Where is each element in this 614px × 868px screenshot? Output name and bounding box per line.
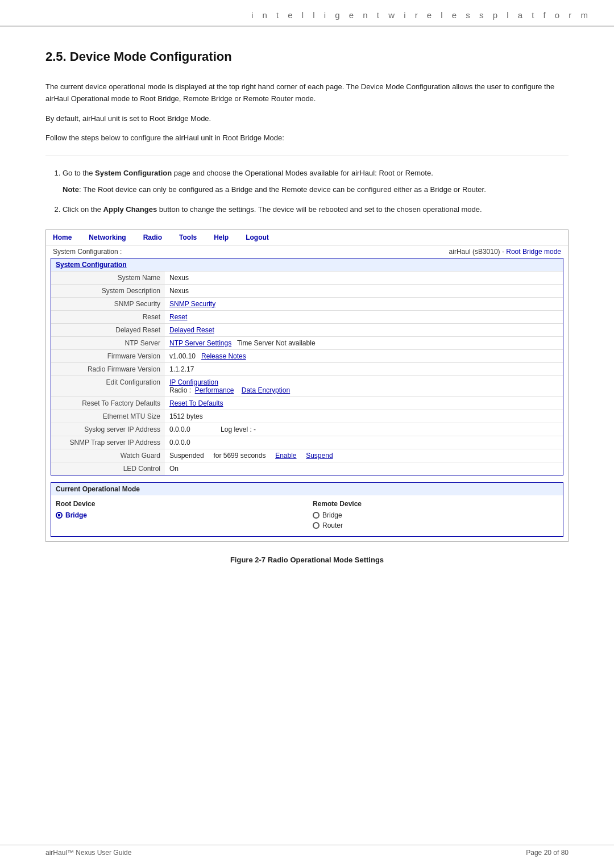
ethernet-mtu-label: Ethernet MTU Size (51, 410, 165, 423)
step-2-bold: Apply Changes (103, 205, 157, 214)
edit-config-label: Edit Configuration (51, 375, 165, 397)
system-description-label: System Description (51, 284, 165, 297)
reset-link[interactable]: Reset (169, 313, 187, 321)
ops-section-title: Current Operational Mode (51, 483, 563, 495)
time-server-status: Time Server Not available (237, 339, 316, 347)
ui-screenshot-box: Home Networking Radio Tools Help Logout … (45, 229, 569, 542)
delayed-reset-value: Delayed Reset (165, 323, 563, 336)
root-bridge-radio-row: Bridge (56, 511, 301, 519)
nav-radio[interactable]: Radio (143, 233, 162, 241)
sys-config-header-row: System Configuration : airHaul (sB3010) … (46, 245, 568, 258)
syslog-ip: 0.0.0.0 (169, 425, 190, 433)
root-bridge-radio-filled[interactable] (56, 512, 63, 519)
device-info: airHaul (sB3010) - Root Bridge mode (449, 248, 561, 256)
delayed-reset-label: Delayed Reset (51, 323, 165, 336)
step-1: Go to the System Configuration page and … (63, 168, 569, 196)
ntp-server-settings-link[interactable]: NTP Server Settings (169, 339, 231, 347)
remote-router-label: Router (322, 521, 343, 529)
delayed-reset-link[interactable]: Delayed Reset (169, 326, 214, 334)
remote-bridge-radio-row: Bridge (313, 511, 558, 519)
watchguard-time: for 5699 seconds (213, 452, 265, 460)
table-row: Ethernet MTU Size 1512 bytes (51, 410, 563, 423)
nav-bar: Home Networking Radio Tools Help Logout (46, 230, 568, 245)
nav-networking[interactable]: Networking (89, 233, 126, 241)
step-1-note: Note: The Root device can only be config… (63, 184, 569, 196)
syslog-ip-label: Syslog server IP Address (51, 423, 165, 436)
ops-inner: Root Device Bridge Remote Device Bridge (51, 495, 563, 536)
remote-device-col: Remote Device Bridge Router (313, 500, 558, 532)
config-section-title[interactable]: System Configuration (51, 258, 563, 271)
remote-router-radio[interactable] (313, 522, 320, 529)
reset-value: Reset (165, 310, 563, 323)
root-device-col: Root Device Bridge (56, 500, 301, 532)
table-row: Edit Configuration IP Configuration Radi… (51, 375, 563, 397)
release-notes-link[interactable]: Release Notes (201, 352, 246, 360)
firmware-version-label: Firmware Version (51, 349, 165, 362)
table-row: Syslog server IP Address 0.0.0.0 Log lev… (51, 423, 563, 436)
system-name-label: System Name (51, 271, 165, 284)
root-device-title: Root Device (56, 500, 301, 508)
reset-label: Reset (51, 310, 165, 323)
system-config-section: System Configuration System Name Nexus S… (51, 258, 563, 475)
page-content: 2.5. Device Mode Configuration The curre… (0, 27, 614, 610)
watchguard-value: Suspended for 5699 seconds Enable Suspen… (165, 449, 563, 462)
table-row: SNMP Security SNMP Security (51, 297, 563, 310)
table-row: LED Control On (51, 462, 563, 475)
footer-right: Page 20 of 80 (526, 845, 569, 857)
radio-label: Radio : (169, 386, 191, 394)
ethernet-mtu-value: 1512 bytes (165, 410, 563, 423)
page-footer: airHaul™ Nexus User Guide Page 20 of 80 (0, 845, 614, 857)
divider-1 (45, 156, 569, 156)
intro-paragraph-1: The current device operational mode is d… (45, 81, 569, 105)
remote-router-radio-row: Router (313, 521, 558, 529)
remote-bridge-label: Bridge (322, 511, 342, 519)
table-row: System Description Nexus (51, 284, 563, 297)
watchguard-label: Watch Guard (51, 449, 165, 462)
reset-factory-value: Reset To Defaults (165, 397, 563, 410)
config-table: System Name Nexus System Description Nex… (51, 271, 563, 475)
sys-config-label: System Configuration : (53, 248, 122, 256)
footer-left: airHaul™ Nexus User Guide (45, 845, 131, 857)
table-row: Firmware Version v1.00.10 Release Notes (51, 349, 563, 362)
table-row: System Name Nexus (51, 271, 563, 284)
tagline: i n t e l l i g e n t w i r e l e s s p … (251, 10, 591, 20)
section-title: 2.5. Device Mode Configuration (45, 49, 569, 64)
steps-list: Go to the System Configuration page and … (63, 168, 569, 215)
remote-device-title: Remote Device (313, 500, 558, 508)
nav-tools[interactable]: Tools (179, 233, 197, 241)
snmp-security-value: SNMP Security (165, 297, 563, 310)
ntp-server-label: NTP Server (51, 336, 165, 349)
performance-link[interactable]: Performance (195, 386, 234, 394)
snmp-security-link[interactable]: SNMP Security (169, 300, 215, 308)
root-bridge-label: Bridge (65, 511, 87, 519)
nav-home[interactable]: Home (53, 233, 72, 241)
nav-help[interactable]: Help (214, 233, 229, 241)
system-name-value: Nexus (165, 271, 563, 284)
table-row: Delayed Reset Delayed Reset (51, 323, 563, 336)
snmp-trap-label: SNMP Trap server IP Address (51, 436, 165, 449)
nav-logout[interactable]: Logout (246, 233, 269, 241)
led-control-value: On (165, 462, 563, 475)
header-banner: i n t e l l i g e n t w i r e l e s s p … (0, 0, 614, 27)
led-control-label: LED Control (51, 462, 165, 475)
remote-bridge-radio[interactable] (313, 512, 320, 519)
log-level: Log level : - (221, 425, 256, 433)
snmp-security-label: SNMP Security (51, 297, 165, 310)
system-description-value: Nexus (165, 284, 563, 297)
snmp-trap-value: 0.0.0.0 (165, 436, 563, 449)
intro-paragraph-3: Follow the steps below to configure the … (45, 132, 569, 144)
ops-section: Current Operational Mode Root Device Bri… (51, 482, 563, 537)
syslog-ip-value: 0.0.0.0 Log level : - (165, 423, 563, 436)
data-encryption-link[interactable]: Data Encryption (242, 386, 290, 394)
step-1-bold: System Configuration (95, 169, 172, 177)
ip-configuration-link[interactable]: IP Configuration (169, 378, 218, 386)
step-2: Click on the Apply Changes button to cha… (63, 204, 569, 216)
table-row: NTP Server NTP Server Settings Time Serv… (51, 336, 563, 349)
root-bridge-mode-link[interactable]: Root Bridge mode (506, 248, 561, 256)
table-row: Radio Firmware Version 1.1.2.17 (51, 362, 563, 375)
watchguard-enable-link[interactable]: Enable (275, 452, 296, 460)
table-row: SNMP Trap server IP Address 0.0.0.0 (51, 436, 563, 449)
reset-to-defaults-link[interactable]: Reset To Defaults (169, 399, 223, 407)
radio-firmware-value: 1.1.2.17 (165, 362, 563, 375)
watchguard-suspend-link[interactable]: Suspend (306, 452, 333, 460)
